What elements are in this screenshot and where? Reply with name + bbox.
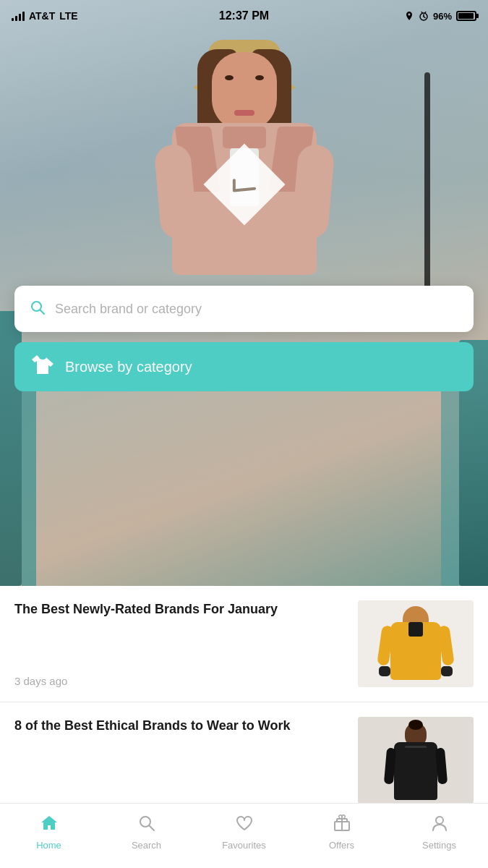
nav-item-home[interactable]: Home	[0, 814, 98, 851]
nav-label-favourites: Favourites	[222, 840, 266, 851]
browse-label: Browse by category	[65, 359, 192, 375]
gift-icon	[333, 814, 351, 835]
nav-label-settings: Settings	[422, 840, 456, 851]
nav-item-settings[interactable]: Settings	[390, 814, 488, 851]
status-left: AT&T LTE	[12, 10, 78, 22]
face	[212, 52, 277, 132]
nav-item-favourites[interactable]: Favourites	[195, 814, 293, 851]
bottom-nav: Home Search Favourites	[0, 803, 488, 868]
figure-jacket-2	[394, 742, 437, 800]
nav-label-offers: Offers	[329, 840, 354, 851]
signal-icon	[12, 11, 25, 21]
svg-line-2	[424, 17, 425, 18]
battery-icon	[456, 11, 476, 21]
svg-line-4	[424, 12, 426, 14]
search-overlay: Search brand or category Browse by categ…	[14, 286, 474, 391]
article-title-2: 8 of the Best Ethical Brands to Wear to …	[14, 717, 346, 735]
location-icon	[404, 11, 414, 21]
nav-label-home: Home	[36, 840, 61, 851]
figure-jacket-1	[390, 622, 441, 680]
article-thumb-2	[358, 717, 474, 803]
tshirt-icon	[32, 355, 53, 378]
home-icon	[40, 814, 59, 835]
article-item[interactable]: The Best Newly-Rated Brands For January …	[0, 586, 488, 702]
search-nav-icon	[137, 814, 156, 835]
person-icon	[430, 814, 449, 835]
content-area: The Best Newly-Rated Brands For January …	[0, 586, 488, 803]
nav-label-search: Search	[132, 840, 161, 851]
browse-by-category-button[interactable]: Browse by category	[14, 342, 474, 391]
network-type: LTE	[59, 10, 77, 22]
article-thumb-1	[358, 600, 474, 687]
svg-line-6	[40, 310, 45, 315]
search-icon	[29, 299, 46, 319]
nav-item-search[interactable]: Search	[98, 814, 195, 851]
battery-percent: 96%	[433, 11, 452, 22]
article-text-1: The Best Newly-Rated Brands For January …	[14, 600, 358, 687]
alarm-icon	[419, 11, 429, 21]
search-bar[interactable]: Search brand or category	[14, 286, 474, 332]
status-time: 12:37 PM	[219, 9, 269, 22]
article-title-1: The Best Newly-Rated Brands For January	[14, 600, 346, 618]
article-date-1: 3 days ago	[14, 675, 346, 687]
hero-image: Search brand or category Browse by categ…	[0, 0, 488, 586]
svg-point-12	[436, 817, 443, 824]
status-right: 96%	[404, 11, 476, 22]
article-text-2: 8 of the Best Ethical Brands to Wear to …	[14, 717, 358, 803]
article-item-2[interactable]: 8 of the Best Ethical Brands to Wear to …	[0, 702, 488, 803]
svg-line-3	[421, 12, 423, 14]
status-bar: AT&T LTE 12:37 PM 96%	[0, 0, 488, 32]
search-placeholder: Search brand or category	[55, 302, 202, 317]
svg-line-8	[149, 826, 154, 831]
heart-icon	[235, 814, 254, 835]
nav-item-offers[interactable]: Offers	[293, 814, 390, 851]
carrier-text: AT&T	[29, 10, 55, 22]
